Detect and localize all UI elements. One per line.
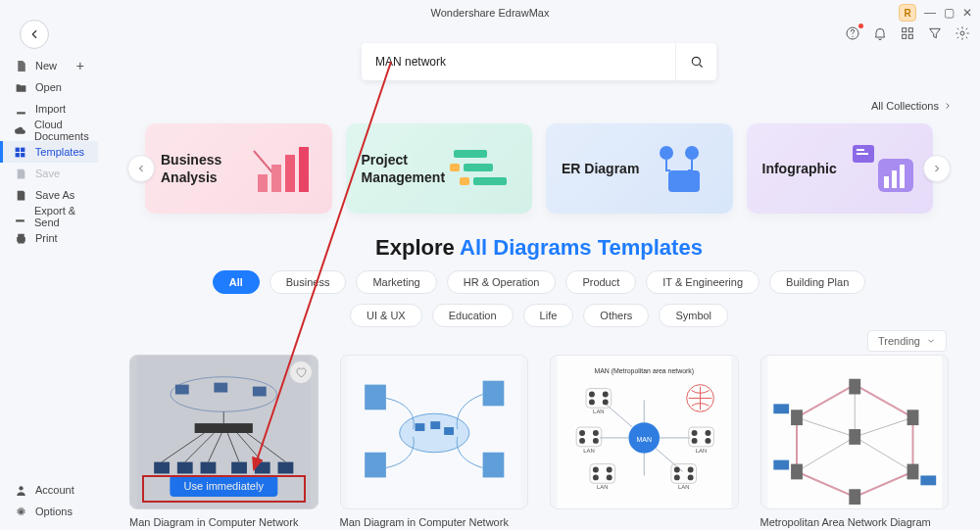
minimize-button[interactable]: — [924,6,936,20]
save-as-icon [14,188,27,202]
svg-point-23 [660,146,673,160]
close-button[interactable]: ✕ [962,6,972,20]
template-card[interactable]: Use immediately Man Diagram in Computer … [129,355,318,529]
folder-icon [14,80,27,94]
category-card-er-diagram[interactable]: ER Diagram [546,123,733,214]
template-caption: Man Diagram in Computer Network [340,515,529,529]
templates-icon [14,145,27,159]
filter-pill-building-plan[interactable]: Building Plan [769,270,865,294]
sidebar-item-new[interactable]: New + [0,55,98,76]
user-icon [14,483,27,497]
maximize-button[interactable]: ▢ [944,6,955,20]
sidebar-item-account[interactable]: Account [0,479,98,501]
search-icon [690,55,704,69]
filter-pill-marketing[interactable]: Marketing [356,270,436,294]
sidebar-item-label: Save As [35,189,74,201]
all-collections-link[interactable]: All Collections [871,100,953,112]
svg-point-87 [593,474,599,480]
sidebar-item-import[interactable]: Import [0,98,98,120]
category-title: Infographic [762,160,837,177]
filter-icon[interactable] [927,25,943,41]
svg-rect-115 [773,404,789,413]
template-thumbnail[interactable] [340,355,529,509]
filter-pill-all[interactable]: All [213,270,260,294]
svg-rect-17 [299,147,309,192]
category-card-project-management[interactable]: ProjectManagement [346,123,533,214]
svg-rect-37 [253,387,267,397]
infographic-icon [849,139,917,198]
template-thumbnail[interactable]: Use immediately [129,355,318,509]
carousel-next-button[interactable] [923,155,951,182]
svg-rect-113 [849,489,860,505]
filter-pill-life[interactable]: Life [523,304,574,327]
window-title: Wondershare EdrawMax [431,7,550,19]
filter-pill-business[interactable]: Business [270,270,347,294]
sidebar-item-cloud-documents[interactable]: Cloud Documents [0,120,98,141]
back-button[interactable] [20,20,49,49]
svg-rect-111 [791,464,803,480]
sidebar-item-label: Export & Send [34,205,84,228]
template-thumbnail[interactable] [760,355,950,509]
network-diagram-icon [761,356,949,508]
chevron-right-icon [943,101,953,111]
sidebar-item-save-as[interactable]: Save As [0,184,98,206]
svg-rect-9 [16,153,20,157]
template-grid: Use immediately Man Diagram in Computer … [129,355,949,529]
sidebar: New + Open Import Cloud Documents Templa… [0,51,98,530]
svg-rect-18 [454,150,487,158]
carousel-prev-button[interactable] [127,155,155,182]
search-input[interactable] [362,55,675,69]
sidebar-item-label: Templates [35,146,84,158]
category-card-infographic[interactable]: Infographic [747,123,934,214]
template-card[interactable]: Metropolitan Area Network Diagram [760,355,950,529]
svg-rect-56 [482,453,504,478]
svg-rect-41 [177,462,193,474]
svg-rect-19 [464,164,493,171]
search-bar [362,43,716,80]
help-icon[interactable] [845,25,860,41]
filter-pill-it-engineering[interactable]: IT & Engineering [646,270,760,294]
template-caption: Man Diagram in Computer Network [129,515,318,529]
svg-rect-15 [271,165,281,192]
category-card-business-analysis[interactable]: BusinessAnalysis [145,123,332,214]
template-card[interactable]: MAN (Metropolitan area network) MAN LAN … [550,355,739,529]
filter-pill-product[interactable]: Product [565,270,636,294]
svg-text:LAN: LAN [678,484,689,490]
settings-icon[interactable] [955,25,970,41]
favorite-button[interactable] [290,361,312,383]
filter-pill-education[interactable]: Education [432,304,514,327]
filter-pill-ui-ux[interactable]: UI & UX [350,304,422,327]
svg-text:MAN: MAN [637,436,652,443]
filter-pill-others[interactable]: Others [583,304,649,327]
sidebar-item-export[interactable]: Export & Send [0,206,98,227]
print-icon [14,231,27,245]
sidebar-item-label: Account [35,484,74,496]
svg-point-79 [579,430,585,436]
bell-icon[interactable] [872,25,888,41]
sidebar-item-open[interactable]: Open [0,76,98,98]
svg-point-92 [688,467,694,473]
apps-icon[interactable] [900,25,915,41]
template-card[interactable]: Man Diagram in Computer Network [340,355,529,529]
network-diagram-icon [341,356,528,508]
template-thumbnail[interactable]: MAN (Metropolitan area network) MAN LAN … [550,355,739,509]
svg-point-93 [674,474,680,480]
svg-rect-20 [450,164,460,171]
plus-icon[interactable]: + [76,58,84,73]
svg-point-82 [593,438,599,444]
filter-pill-symbol[interactable]: Symbol [659,304,728,327]
svg-rect-109 [791,410,803,425]
svg-point-74 [603,392,609,398]
svg-rect-22 [460,177,469,185]
user-avatar[interactable]: R [899,4,916,22]
sidebar-item-options[interactable]: Options [0,501,98,522]
svg-rect-36 [214,383,227,393]
svg-point-13 [692,57,700,65]
search-button[interactable] [675,43,716,80]
sort-select[interactable]: Trending [867,330,947,352]
svg-text:LAN: LAN [593,409,605,414]
sidebar-item-print[interactable]: Print [0,227,98,249]
filter-pill-hr-operation[interactable]: HR & Operation [447,270,557,294]
sidebar-item-templates[interactable]: Templates [0,141,98,163]
main-content: All Collections BusinessAnalysis Project… [98,41,980,530]
